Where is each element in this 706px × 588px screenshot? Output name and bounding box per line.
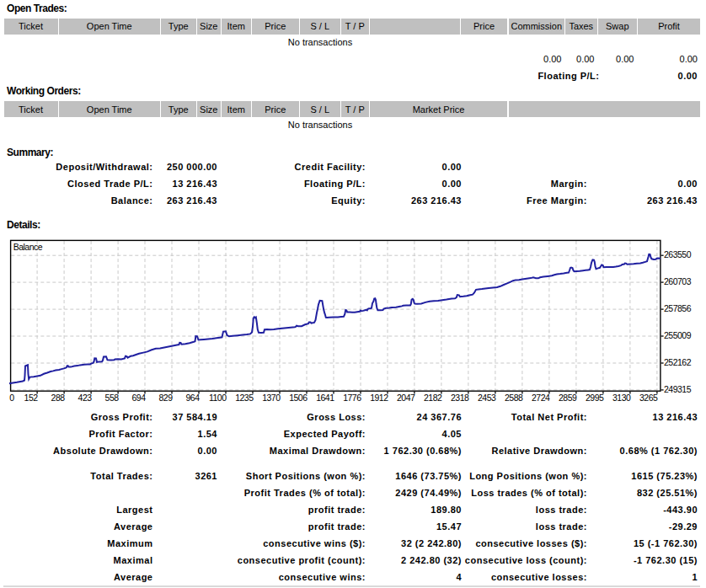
- svg-text:423: 423: [78, 393, 93, 403]
- svg-text:2859: 2859: [559, 393, 577, 403]
- svg-text:1100: 1100: [209, 393, 227, 403]
- svg-text:2588: 2588: [505, 393, 523, 403]
- svg-text:249315: 249315: [664, 384, 692, 394]
- svg-text:Balance: Balance: [13, 242, 43, 252]
- svg-text:694: 694: [131, 393, 146, 403]
- svg-text:255009: 255009: [664, 330, 692, 340]
- svg-text:1235: 1235: [235, 393, 254, 403]
- svg-text:1776: 1776: [343, 393, 361, 403]
- svg-text:3130: 3130: [612, 393, 631, 403]
- svg-text:2047: 2047: [397, 393, 415, 403]
- svg-text:964: 964: [185, 393, 200, 403]
- svg-text:829: 829: [158, 393, 173, 403]
- svg-text:1506: 1506: [289, 393, 308, 403]
- svg-text:1641: 1641: [316, 393, 334, 403]
- svg-text:1370: 1370: [262, 393, 281, 403]
- svg-text:558: 558: [105, 393, 120, 403]
- svg-text:260703: 260703: [664, 276, 692, 286]
- svg-text:1912: 1912: [370, 393, 388, 403]
- svg-text:2318: 2318: [451, 393, 469, 403]
- svg-text:152: 152: [24, 393, 39, 403]
- svg-text:2724: 2724: [532, 393, 550, 403]
- svg-text:0: 0: [9, 393, 14, 403]
- svg-text:3265: 3265: [639, 393, 658, 403]
- svg-text:2453: 2453: [478, 393, 496, 403]
- svg-text:288: 288: [51, 393, 66, 403]
- svg-text:2182: 2182: [424, 393, 442, 403]
- svg-text:257856: 257856: [664, 303, 692, 313]
- svg-text:252162: 252162: [664, 357, 692, 367]
- svg-text:263550: 263550: [664, 249, 692, 259]
- svg-text:2995: 2995: [586, 393, 604, 403]
